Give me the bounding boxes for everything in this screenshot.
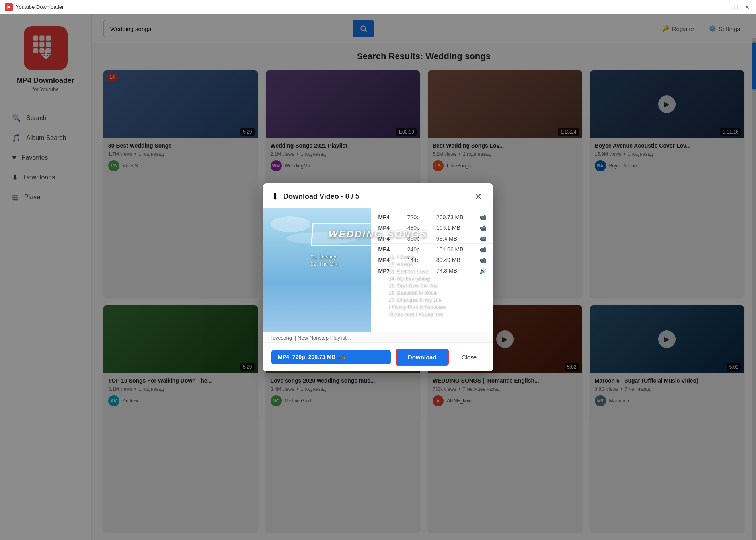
selected-type: MP4: [278, 354, 289, 360]
maximize-button[interactable]: □: [732, 3, 740, 11]
selected-icon: 📹: [339, 354, 345, 360]
modal-header: ⬇ Download Video - 0 / 5 ✕: [263, 183, 493, 208]
selected-size: 200.73 MB: [308, 354, 335, 360]
close-button[interactable]: ✕: [743, 3, 751, 11]
title-bar: Youtube Downloader — □ ✕: [0, 0, 756, 14]
title-bar-text: Youtube Downloader: [16, 4, 64, 10]
modal-title-row: ⬇ Download Video - 0 / 5: [271, 192, 359, 202]
app-icon: [5, 3, 13, 11]
minimize-button[interactable]: —: [721, 3, 729, 11]
modal-footer: MP4 720p 200.73 MB 📹 Download Close: [263, 343, 493, 371]
selected-res: 720p: [292, 354, 305, 360]
window-controls: — □ ✕: [721, 3, 751, 11]
download-icon-modal: ⬇: [271, 192, 279, 202]
modal-video-preview: WEDDING SONGS 01. Destiny 11. I Swear 02…: [263, 208, 493, 332]
video-subtitle: lovesong || New Nonstop Playlist...: [263, 332, 493, 343]
selected-format-display: MP4 720p 200.73 MB 📹: [271, 350, 391, 364]
modal-close-button[interactable]: ✕: [472, 190, 485, 203]
svg-marker-0: [8, 5, 11, 9]
modal-title: Download Video - 0 / 5: [283, 192, 359, 201]
download-modal: ⬇ Download Video - 0 / 5 ✕ WEDDING SONGS: [263, 183, 493, 371]
preview-video-title: WEDDING SONGS: [328, 229, 428, 240]
close-dialog-button[interactable]: Close: [454, 350, 485, 365]
modal-overlay[interactable]: ⬇ Download Video - 0 / 5 ✕ WEDDING SONGS: [0, 14, 756, 540]
download-button[interactable]: Download: [396, 349, 449, 366]
